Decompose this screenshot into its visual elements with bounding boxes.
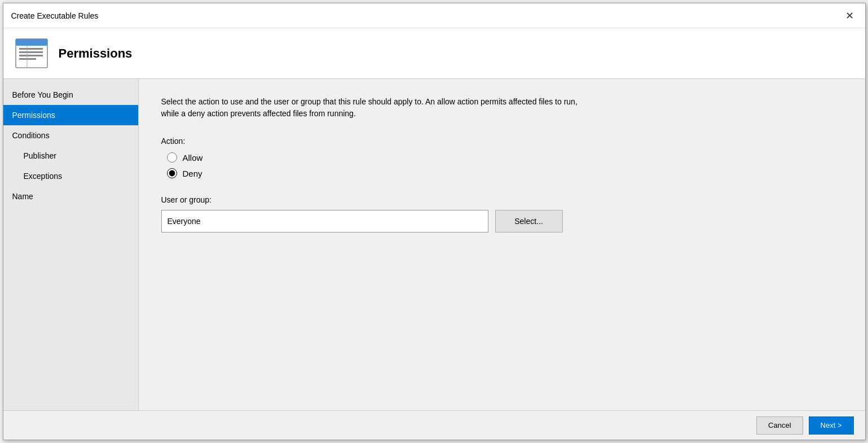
- main-panel: Select the action to use and the user or…: [139, 79, 865, 410]
- title-bar: Create Executable Rules ✕: [3, 3, 865, 28]
- close-button[interactable]: ✕: [842, 10, 857, 22]
- svg-rect-3: [19, 48, 43, 50]
- user-group-label: User or group:: [161, 195, 843, 204]
- permissions-icon: [15, 38, 49, 69]
- header-title: Permissions: [59, 46, 133, 61]
- sidebar-item-publisher[interactable]: Publisher: [3, 146, 138, 166]
- sidebar-item-name[interactable]: Name: [3, 186, 138, 207]
- svg-rect-2: [16, 39, 47, 43]
- action-label: Action:: [161, 137, 843, 146]
- svg-rect-5: [19, 55, 43, 56]
- dialog-window: Create Executable Rules ✕ Permissions Be…: [3, 3, 866, 440]
- content-area: Before You Begin Permissions Conditions …: [3, 79, 865, 410]
- radio-deny[interactable]: Deny: [167, 168, 843, 178]
- header-section: Permissions: [3, 28, 865, 79]
- radio-allow-input[interactable]: [167, 152, 177, 163]
- sidebar-item-before-you-begin[interactable]: Before You Begin: [3, 85, 138, 105]
- sidebar: Before You Begin Permissions Conditions …: [3, 79, 139, 410]
- radio-deny-input[interactable]: [167, 168, 177, 178]
- radio-deny-label: Deny: [183, 169, 202, 178]
- radio-allow-label: Allow: [183, 153, 203, 163]
- sidebar-item-permissions[interactable]: Permissions: [3, 105, 138, 125]
- sidebar-item-exceptions[interactable]: Exceptions: [3, 166, 138, 186]
- next-button[interactable]: Next >: [809, 416, 854, 435]
- dialog-title: Create Executable Rules: [11, 11, 99, 20]
- bottom-bar: Cancel Next >: [3, 410, 865, 440]
- user-group-input[interactable]: [161, 210, 488, 233]
- cancel-button[interactable]: Cancel: [756, 416, 803, 435]
- select-button[interactable]: Select...: [495, 210, 563, 233]
- action-section: Action: Allow Deny: [161, 137, 843, 178]
- sidebar-item-conditions[interactable]: Conditions: [3, 125, 138, 146]
- svg-rect-4: [19, 51, 43, 53]
- svg-rect-6: [19, 58, 36, 60]
- description-text: Select the action to use and the user or…: [161, 96, 584, 120]
- radio-group: Allow Deny: [167, 152, 843, 178]
- user-group-row: Select...: [161, 210, 843, 233]
- user-group-section: User or group: Select...: [161, 195, 843, 233]
- radio-allow[interactable]: Allow: [167, 152, 843, 163]
